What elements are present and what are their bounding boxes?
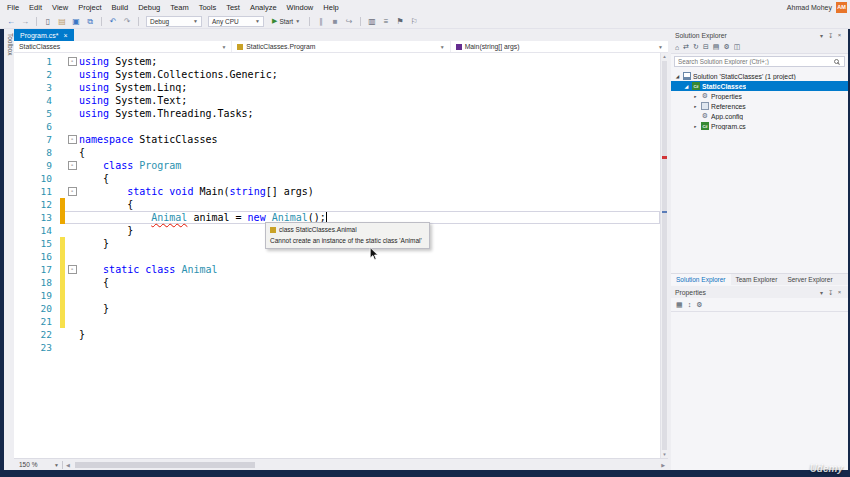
tree-item-properties[interactable]: ▸⚙Properties <box>671 91 848 101</box>
fold-collapse-icon[interactable]: - <box>68 187 77 196</box>
menu-tools[interactable]: Tools <box>194 2 222 13</box>
code-line[interactable]: 22} <box>14 328 660 341</box>
type-dropdown[interactable]: StaticClasses.Program ▼ <box>232 41 450 52</box>
scroll-right-icon[interactable]: ▶ <box>658 462 668 468</box>
code-line[interactable]: 11- static void Main(string[] args) <box>14 185 660 198</box>
scroll-up-icon[interactable]: ▲ <box>661 54 668 59</box>
code-line[interactable]: 18 { <box>14 276 660 289</box>
collapse-all-icon[interactable]: ⊟ <box>703 43 709 51</box>
home-icon[interactable]: ⌂ <box>675 44 679 51</box>
code-line[interactable]: 8{ <box>14 146 660 159</box>
menu-help[interactable]: Help <box>318 2 343 13</box>
code-line[interactable]: 21 <box>14 315 660 328</box>
menu-test[interactable]: Test <box>221 2 245 13</box>
user-avatar[interactable]: AM <box>836 2 847 13</box>
menu-analyze[interactable]: Analyze <box>245 2 282 13</box>
code-line[interactable]: 5using System.Threading.Tasks; <box>14 107 660 120</box>
code-line[interactable]: 19 <box>14 289 660 302</box>
fold-collapse-icon[interactable]: - <box>68 57 77 66</box>
code-line[interactable]: 4using System.Text; <box>14 94 660 107</box>
comment-lines-icon[interactable]: ≡ <box>380 15 392 28</box>
code-line[interactable]: 7-namespace StaticClasses <box>14 133 660 146</box>
back-icon[interactable]: ← <box>5 15 17 28</box>
project-dropdown[interactable]: StaticClasses ▼ <box>14 41 232 52</box>
tree-expander-icon[interactable]: ▸ <box>692 94 699 99</box>
code-line[interactable]: 20 } <box>14 302 660 315</box>
account-area[interactable]: Ahmad Mohey AM <box>787 2 850 13</box>
tree-item-program-cs[interactable]: ▸C#Program.cs <box>671 121 848 131</box>
bookmark-icon[interactable]: ⚑ <box>394 15 406 28</box>
fold-collapse-icon[interactable]: - <box>68 265 77 274</box>
tab-server-explorer[interactable]: Server Explorer <box>782 274 837 285</box>
solution-configuration-dropdown[interactable]: Debug▼ <box>146 16 202 27</box>
fold-collapse-icon[interactable]: - <box>68 161 77 170</box>
pin-icon[interactable]: ↧ <box>826 32 835 39</box>
solution-platform-dropdown[interactable]: Any CPU▼ <box>208 16 264 27</box>
code-line[interactable]: 9- class Program <box>14 159 660 172</box>
step-over-icon[interactable]: ↪ <box>343 15 355 28</box>
document-tab[interactable]: Program.cs* × <box>14 29 74 41</box>
vertical-scroll-thumb[interactable] <box>662 61 667 450</box>
preview-selection-icon[interactable]: ◫ <box>734 43 741 51</box>
close-icon[interactable]: × <box>835 289 844 296</box>
toolbox-tab[interactable]: Toolbox <box>4 31 14 81</box>
property-pages-icon[interactable]: ⚙ <box>696 301 702 309</box>
properties-header[interactable]: Properties ▾↧× <box>671 286 848 298</box>
tree-item-references[interactable]: ▸References <box>671 101 848 111</box>
tree-item-app-config[interactable]: ⚙App.config <box>671 111 848 121</box>
tree-expander-icon[interactable]: ◢ <box>683 84 690 89</box>
tab-team-explorer[interactable]: Team Explorer <box>731 274 783 285</box>
tree-item-solution-staticclasses-1-project[interactable]: ◢Solution 'StaticClasses' (1 project) <box>671 71 848 81</box>
menu-file[interactable]: File <box>2 2 24 13</box>
stop-debugging-icon[interactable]: ■ <box>329 15 341 28</box>
menu-view[interactable]: View <box>47 2 73 13</box>
horizontal-scroll-thumb[interactable] <box>75 462 255 468</box>
menu-project[interactable]: Project <box>73 2 106 13</box>
horizontal-scroll-track[interactable] <box>73 461 658 469</box>
menu-window[interactable]: Window <box>282 2 319 13</box>
show-all-files-icon[interactable]: ▤ <box>713 43 720 51</box>
bookmark-list-icon[interactable]: ⚐ <box>408 15 420 28</box>
break-all-icon[interactable]: ∥ <box>315 15 327 28</box>
solution-explorer-search[interactable] <box>674 56 845 67</box>
refresh-icon[interactable]: ↻ <box>693 43 699 51</box>
code-line[interactable]: 2using System.Collections.Generic; <box>14 68 660 81</box>
new-file-icon[interactable]: ▯ <box>42 15 54 28</box>
menu-debug[interactable]: Debug <box>133 2 165 13</box>
redo-icon[interactable]: ↷ <box>121 15 133 28</box>
properties-icon[interactable]: ⚙ <box>723 43 729 51</box>
tree-expander-icon[interactable]: ▸ <box>692 104 699 109</box>
menu-team[interactable]: Team <box>165 2 193 13</box>
code-line[interactable]: 10 { <box>14 172 660 185</box>
tree-expander-icon[interactable]: ▸ <box>692 124 699 129</box>
code-line[interactable]: 23 <box>14 341 660 354</box>
tab-solution-explorer[interactable]: Solution Explorer <box>671 274 731 285</box>
scroll-left-icon[interactable]: ◀ <box>63 462 73 468</box>
close-icon[interactable]: × <box>835 32 844 39</box>
menu-build[interactable]: Build <box>107 2 134 13</box>
fold-collapse-icon[interactable]: - <box>68 135 77 144</box>
editor-zoom-dropdown[interactable]: 150 % ▼ <box>16 460 62 470</box>
code-line[interactable]: 1-using System; <box>14 55 660 68</box>
save-all-icon[interactable]: ⧉ <box>84 15 96 28</box>
categorized-icon[interactable]: ▦ <box>676 301 683 309</box>
code-line[interactable]: 17- static class Animal <box>14 263 660 276</box>
code-editor[interactable]: 1-using System;2using System.Collections… <box>14 53 660 458</box>
sync-active-document-icon[interactable]: ⇄ <box>683 43 689 51</box>
search-input[interactable] <box>678 58 832 65</box>
code-line[interactable]: 16 <box>14 250 660 263</box>
code-line[interactable]: 12 { <box>14 198 660 211</box>
open-file-icon[interactable]: ▤ <box>56 15 68 28</box>
code-line[interactable]: 6 <box>14 120 660 133</box>
window-menu-icon[interactable]: ▾ <box>817 32 826 39</box>
close-icon[interactable]: × <box>64 32 68 39</box>
start-button[interactable]: ▶Start▼ <box>268 17 304 25</box>
pin-icon[interactable]: ↧ <box>826 289 835 296</box>
alphabetical-icon[interactable]: ↕ <box>688 301 692 308</box>
solution-explorer-header[interactable]: Solution Explorer ▾↧× <box>671 29 848 41</box>
menu-edit[interactable]: Edit <box>24 2 47 13</box>
tree-item-staticclasses[interactable]: ◢C#StaticClasses <box>671 81 848 91</box>
code-line[interactable]: 3using System.Linq; <box>14 81 660 94</box>
save-icon[interactable]: ▣ <box>70 15 82 28</box>
error-marker[interactable] <box>662 156 667 159</box>
